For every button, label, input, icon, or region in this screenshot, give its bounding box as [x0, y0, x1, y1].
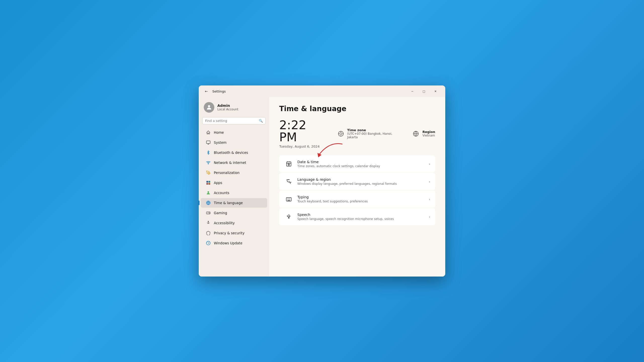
titlebar: ← Settings ─ □ ✕ [199, 85, 445, 97]
sidebar-item-bluetooth-label: Bluetooth & devices [214, 151, 248, 155]
language-region-title: Language & region [297, 177, 425, 182]
typing-chevron: › [429, 197, 430, 201]
search-input[interactable] [205, 119, 257, 123]
sidebar-item-personalization-label: Personalization [214, 171, 239, 175]
window-controls: ─ □ ✕ [407, 87, 441, 95]
settings-item-typing[interactable]: Typing Touch keyboard, text suggestions,… [279, 191, 435, 208]
accessibility-icon [206, 220, 211, 225]
search-box[interactable]: 🔍 [202, 117, 266, 124]
region-icon [412, 130, 420, 138]
personalization-icon [206, 170, 211, 175]
svg-point-8 [208, 191, 209, 193]
svg-rect-1 [207, 141, 210, 144]
window-content: Admin Local Account 🔍 Home [199, 97, 445, 277]
system-icon [206, 140, 211, 145]
speech-icon [284, 212, 293, 221]
sidebar-item-privacy[interactable]: Privacy & security [201, 228, 267, 238]
typing-title: Typing [297, 195, 425, 199]
user-profile[interactable]: Admin Local Account [199, 100, 269, 117]
accounts-icon [206, 190, 211, 195]
svg-point-2 [208, 164, 209, 164]
sidebar-item-home[interactable]: Home [201, 128, 267, 137]
sidebar-item-privacy-label: Privacy & security [214, 231, 245, 235]
speech-title: Speech [297, 213, 425, 217]
sidebar-item-accounts[interactable]: Accounts [201, 188, 267, 198]
time-block: 2:22 PM Tuesday, August 6, 2024 [279, 119, 327, 148]
sidebar-item-time-language[interactable]: Time & language [201, 198, 267, 208]
back-button[interactable]: ← [203, 88, 210, 95]
sidebar-item-system[interactable]: System [201, 138, 267, 147]
sidebar-item-gaming-label: Gaming [214, 211, 227, 215]
svg-point-16 [340, 133, 342, 135]
sidebar-item-home-label: Home [214, 130, 224, 134]
sidebar-item-windows-update[interactable]: Windows Update [201, 238, 267, 248]
sidebar-item-accessibility-label: Accessibility [214, 221, 235, 225]
date-time-text: Date & time Time zones, automatic clock … [297, 160, 425, 168]
speech-chevron: › [429, 215, 430, 219]
language-region-icon [284, 177, 293, 186]
titlebar-left: ← Settings [203, 88, 407, 95]
region-item: Region Vietnam [412, 128, 435, 139]
language-region-text: Language & region Windows display langua… [297, 177, 425, 186]
minimize-button[interactable]: ─ [407, 87, 418, 95]
sidebar-item-time-label: Time & language [214, 201, 243, 205]
date-time-title: Date & time [297, 160, 425, 164]
sidebar-item-personalization[interactable]: Personalization [201, 168, 267, 177]
sidebar-item-apps[interactable]: Apps [201, 178, 267, 188]
windows-update-icon [206, 241, 211, 246]
svg-point-21 [288, 215, 290, 217]
avatar [204, 102, 214, 113]
timezone-item: Time zone (UTC+07:00) Bangkok, Hanoi, Ja… [337, 128, 402, 139]
network-icon [206, 160, 211, 165]
gaming-icon [206, 210, 211, 215]
speech-text: Speech Speech language, speech recogniti… [297, 213, 425, 221]
svg-point-12 [209, 213, 210, 213]
settings-list: Date & time Time zones, automatic clock … [279, 155, 435, 225]
svg-rect-7 [209, 183, 210, 185]
svg-point-13 [208, 221, 209, 222]
typing-icon [284, 195, 293, 204]
close-button[interactable]: ✕ [430, 87, 441, 95]
current-time: 2:22 PM [279, 119, 327, 143]
svg-rect-6 [207, 183, 208, 185]
search-icon: 🔍 [259, 119, 263, 123]
language-region-chevron: › [429, 180, 430, 184]
titlebar-title: Settings [212, 89, 226, 93]
settings-item-language-region[interactable]: Language & region Windows display langua… [279, 173, 435, 190]
speech-desc: Speech language, speech recognition micr… [297, 217, 425, 221]
typing-desc: Touch keyboard, text suggestions, prefer… [297, 200, 425, 203]
region-text: Region Vietnam [422, 130, 435, 137]
apps-icon [206, 180, 211, 185]
region-label: Region [422, 130, 435, 134]
main-panel: Time & language 2:22 PM Tuesday, August … [269, 97, 445, 277]
svg-point-3 [208, 172, 209, 173]
settings-item-speech[interactable]: Speech Speech language, speech recogniti… [279, 208, 435, 225]
sidebar-item-network[interactable]: Network & internet [201, 158, 267, 167]
sidebar-item-system-label: System [214, 141, 226, 145]
maximize-button[interactable]: □ [418, 87, 430, 95]
time-language-icon [206, 200, 211, 205]
bluetooth-icon [206, 150, 211, 155]
language-region-desc: Windows display language, preferred lang… [297, 182, 425, 186]
sidebar-item-accessibility[interactable]: Accessibility [201, 218, 267, 228]
settings-item-date-time[interactable]: Date & time Time zones, automatic clock … [279, 155, 435, 172]
page-title: Time & language [279, 105, 435, 113]
sidebar-item-network-label: Network & internet [214, 161, 246, 165]
date-time-icon [284, 159, 293, 168]
svg-rect-4 [207, 181, 208, 182]
privacy-icon [206, 231, 211, 236]
sidebar-item-bluetooth[interactable]: Bluetooth & devices [201, 148, 267, 157]
date-time-desc: Time zones, automatic clock settings, ca… [297, 164, 425, 168]
sidebar-item-accounts-label: Accounts [214, 191, 229, 195]
time-header: 2:22 PM Tuesday, August 6, 2024 [279, 119, 435, 148]
timezone-value: (UTC+07:00) Bangkok, Hanoi, Jakarta [347, 132, 402, 139]
sidebar-item-gaming[interactable]: Gaming [201, 208, 267, 218]
sidebar-item-windows-update-label: Windows Update [214, 241, 242, 245]
svg-point-0 [208, 105, 210, 107]
timezone-label: Time zone [347, 128, 402, 132]
timezone-icon [337, 130, 345, 138]
typing-text: Typing Touch keyboard, text suggestions,… [297, 195, 425, 203]
user-type: Local Account [217, 108, 238, 111]
date-time-chevron: › [429, 162, 430, 166]
svg-rect-5 [209, 181, 210, 182]
